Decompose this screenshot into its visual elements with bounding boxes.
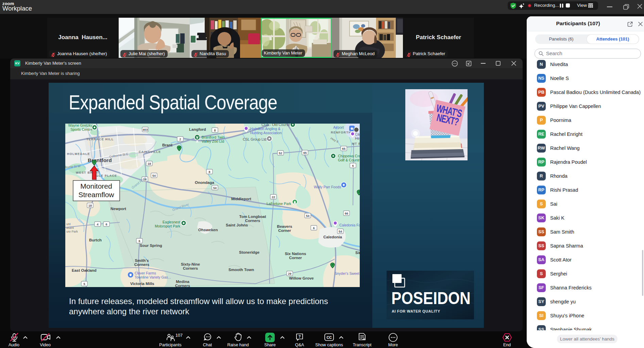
svg-text:Caledonia: Caledonia [323, 235, 342, 239]
svg-text:Corners: Corners [134, 263, 149, 267]
svg-text:Club - Old Course: Club - Old Course [261, 124, 290, 127]
svg-text:borne St W: borne St W [65, 164, 81, 169]
svg-text:Airport: Airport [333, 125, 344, 129]
svg-text:6: 6 [352, 164, 354, 168]
svg-text:Snyder's Sweet C: Snyder's Sweet C [335, 271, 360, 275]
svg-text:asant: asant [66, 226, 74, 230]
svg-text:6: 6 [138, 239, 140, 243]
svg-text:Hwy 6: Hwy 6 [330, 137, 339, 144]
svg-text:Middleport: Middleport [231, 197, 251, 201]
svg-text:65: 65 [342, 147, 345, 151]
svg-text:Caledonia Fa: Caledonia Fa [339, 223, 360, 227]
svg-text:Sixty-Nine: Sixty-Nine [181, 262, 200, 266]
svg-text:Victoria Mills: Victoria Mills [130, 282, 154, 286]
svg-text:Willow Grove: Willow Grove [289, 276, 314, 280]
svg-text:Corner: Corner [289, 256, 302, 260]
svg-text:CSL Group Ltd: CSL Group Ltd [243, 137, 267, 141]
svg-text:Medina: Medina [176, 280, 189, 284]
svg-text:LaFortune Park: LaFortune Park [267, 202, 291, 206]
svg-text:Tom Longboat: Tom Longboat [239, 215, 266, 219]
svg-text:Brantford: Brantford [88, 157, 112, 163]
svg-text:Streamflow: Streamflow [78, 191, 114, 199]
svg-text:Saint Johns: Saint Johns [226, 223, 248, 227]
svg-text:403: 403 [142, 128, 148, 131]
svg-text:Ca: Ca [355, 132, 360, 136]
svg-text:Newport: Newport [111, 207, 126, 211]
svg-text:Smooth Town: Smooth Town [228, 268, 254, 272]
svg-text:Corners: Corners [245, 219, 260, 223]
svg-text:Smith's: Smith's [135, 258, 149, 263]
svg-text:Colborne St E: Colborne St E [109, 152, 129, 158]
svg-text:18: 18 [88, 204, 92, 207]
svg-text:Clover Farms: Clover Farms [135, 271, 156, 275]
svg-text:4: 4 [97, 223, 98, 226]
svg-text:GLE PLACE: GLE PLACE [96, 174, 117, 177]
svg-text:66: 66 [345, 212, 348, 215]
svg-text:54: 54 [213, 186, 217, 190]
svg-text:CAINSVILLE: CAINSVILLE [139, 150, 161, 154]
svg-text:Brantford Twin: Brantford Twin [202, 135, 225, 139]
svg-text:Wally Parr Foods: Wally Parr Foods [314, 185, 341, 189]
svg-text:HOLMEDALE: HOLMEDALE [67, 152, 90, 156]
svg-text:Corner: Corner [278, 228, 291, 233]
svg-text:Stoneridge: Stoneridge [239, 250, 259, 254]
svg-text:Grand River: Grand River [172, 202, 190, 212]
svg-text:Ohsweken: Ohsweken [198, 228, 218, 232]
svg-text:RENFORTH: RENFORTH [331, 131, 351, 134]
svg-text:Sports Centre: Sports Centre [70, 127, 92, 131]
svg-text:Corners: Corners [175, 284, 190, 287]
svg-text:Brant: Brant [162, 143, 172, 147]
svg-text:54: 54 [152, 174, 156, 177]
svg-text:Hunting Association: Hunting Association [250, 131, 282, 135]
svg-text:54: 54 [339, 230, 342, 233]
svg-text:Monitored: Monitored [80, 182, 112, 190]
svg-text:8: 8 [208, 170, 210, 174]
svg-text:Chippewa Cre: Chippewa Cre [338, 154, 360, 158]
svg-text:29: 29 [288, 272, 291, 275]
svg-text:?: ? [299, 334, 301, 338]
svg-text:Sour Spring: Sour Spring [140, 243, 162, 248]
svg-text:Hamilton Angling &: Hamilton Angling & [250, 127, 281, 131]
svg-text:Beavers: Beavers [277, 224, 292, 228]
svg-text:unt: unt [66, 222, 71, 226]
svg-text:Valley Zoo Ltd: Valley Zoo Ltd [202, 139, 224, 143]
svg-text:2: 2 [179, 138, 181, 141]
svg-text:52: 52 [279, 152, 282, 155]
svg-text:AI FOR WATER QUALITY: AI FOR WATER QUALITY [392, 309, 440, 313]
svg-text:Eaglesnest: Eaglesnest [163, 220, 180, 224]
svg-text:6: 6 [313, 226, 315, 230]
svg-text:Onondaga: Onondaga [195, 180, 214, 185]
svg-text:Grand River: Grand River [131, 176, 147, 190]
svg-text:He: He [355, 136, 360, 140]
svg-text:Wayne Gretzky: Wayne Gretzky [68, 124, 93, 127]
svg-text:65: 65 [303, 151, 307, 155]
svg-text:Burtch: Burtch [89, 238, 102, 242]
svg-text:Motorsport Park: Motorsport Park [155, 224, 180, 228]
svg-text:ure Park: ure Park [66, 230, 78, 233]
svg-text:6: 6 [105, 223, 107, 226]
svg-text:TERRACE HILL: TERRACE HILL [86, 138, 114, 141]
svg-text:POSEIDON: POSEIDON [391, 289, 471, 308]
svg-text:5: 5 [83, 282, 85, 286]
svg-text:East Oakland: East Oakland [72, 268, 97, 272]
svg-text:Langford: Langford [189, 127, 206, 131]
svg-text:MT B: MT B [352, 142, 360, 145]
svg-text:18: 18 [148, 162, 151, 165]
svg-text:Sim: Sim [355, 251, 360, 255]
svg-text:54: 54 [306, 214, 309, 218]
svg-text:Corners: Corners [183, 266, 198, 270]
svg-text:Golf & Countr: Golf & Countr [338, 158, 360, 162]
svg-text:CC: CC [326, 335, 332, 339]
svg-text:Townline Variety Gas...: Townline Variety Gas... [135, 275, 171, 279]
svg-text:Six Nations: Six Nations [285, 252, 306, 256]
svg-text:8: 8 [214, 129, 216, 132]
svg-text:22: 22 [272, 195, 275, 199]
